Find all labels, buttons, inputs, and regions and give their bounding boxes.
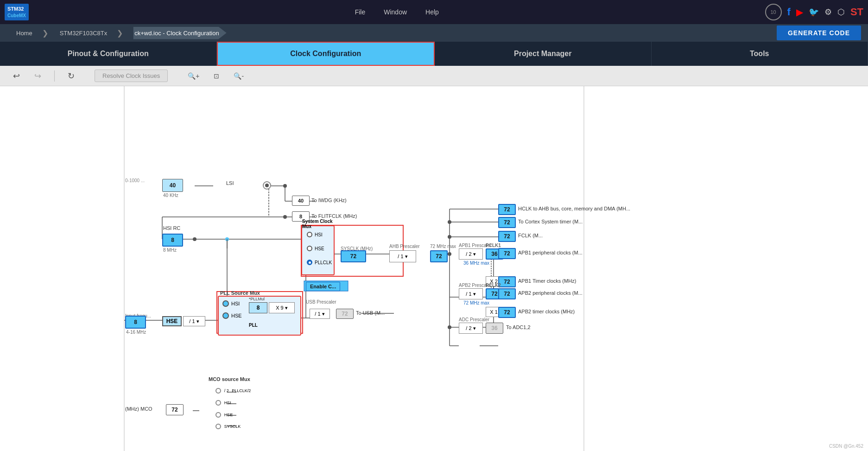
menu-file[interactable]: File [355,8,366,16]
logo-box: STM32 CubeMX [5,4,29,21]
apb2-periph-value: 72 [498,288,516,299]
sys-hsi-option[interactable]: HSI [307,232,323,237]
pll-hse-label: HSE [231,313,242,318]
redo-button[interactable]: ↪ [31,69,45,83]
mco-sysclk-option[interactable]: SYSCLK [215,422,241,429]
hse-prescaler-select[interactable]: / 1 ▾ [183,316,205,326]
fit-button[interactable]: ⊡ [210,70,223,82]
pll-source-mux-label: PLL Source Mux [220,290,260,296]
ahb-prescaler-label: AHB Prescaler [389,244,420,249]
breadcrumb-home[interactable]: Home [7,27,40,39]
svg-point-50 [448,325,451,329]
apb2-timer-label: APB2 timer clocks (MHz) [518,309,575,314]
sys-pll-radio[interactable] [307,260,312,265]
pll-hsi-label: HSI [231,301,240,306]
hclk-max-label: 72 MHz max [430,244,456,249]
youtube-icon[interactable]: ▶ [796,6,803,18]
apb1-timer-label: APB1 Timer clocks (MHz) [518,278,576,284]
ahb-prescaler-select[interactable]: / 1 ▾ [389,250,416,262]
mco-sysclk-radio[interactable] [215,424,221,429]
lsi-value-box[interactable]: 40 [162,179,183,192]
version-badge: 10 [765,4,782,20]
sys-hse-label: HSE [315,246,324,251]
adc-label: To ADC1,2 [506,324,531,330]
mco-sysclk-label: SYSCLK [224,424,241,429]
mco-hse-option[interactable]: HSE [215,411,233,418]
facebook-icon[interactable]: f [787,6,791,18]
pll-mul-select[interactable]: X 9 ▾ [269,302,295,313]
fclk-label: FCLK (M... [518,233,543,238]
apb1-prescaler-select[interactable]: / 2 ▾ [459,248,483,260]
sysclk-value[interactable]: 72 [341,250,366,262]
generate-code-button[interactable]: GENERATE CODE [777,25,861,40]
ahb-hclk-label: HCLK to AHB bus, core, memory and DMA (M… [518,206,630,211]
svg-point-13 [283,215,287,219]
hsi-value-box[interactable]: 8 [162,234,183,247]
tab-tools[interactable]: Tools [652,42,868,66]
menu-bar: File Window Help [38,8,756,16]
mco-hsi-label: HSI [224,400,231,405]
hse-label-box: HSE [162,316,182,326]
github-icon[interactable]: ⚙ [824,7,832,17]
adc-value: 36 [486,323,503,334]
breadcrumb-sep1: ❯ [42,29,48,38]
lsi-label: LSI [226,180,234,186]
mco-hsi-radio[interactable] [215,400,221,406]
refresh-button[interactable]: ↻ [64,69,78,83]
usb-value: 72 [336,309,354,319]
app-logo: STM32 CubeMX [5,4,29,21]
watermark: CSDN @Gn.452 [829,444,863,449]
clock-toolbar: ↩ ↪ ↻ Resolve Clock Issues 🔍+ ⊡ 🔍- [0,66,868,86]
menu-help[interactable]: Help [425,8,439,16]
sys-hsi-label: HSI [315,232,323,237]
pll-hsi-option[interactable]: HSI [222,300,240,307]
twitter-icon[interactable]: 🐦 [809,7,819,17]
pll-mul-label: *PLLMul [249,297,265,301]
pll-hse-radio[interactable] [222,312,229,319]
sys-hse-radio[interactable] [307,246,312,251]
adc-prescaler-select[interactable]: / 2 ▾ [459,323,483,334]
sys-pll-option[interactable]: PLLCLK [307,260,332,265]
tab-clock[interactable]: Clock Configuration [217,42,435,66]
breadcrumb-device[interactable]: STM32F103C8Tx [51,27,115,39]
pll-hsi-radio[interactable] [222,300,229,307]
adc-prescaler-label: ADC Prescaler [459,317,489,322]
mco-hsi-option[interactable]: HSI [215,399,231,406]
hsi-unit-label: 8 MHz [163,248,177,253]
hsi-rc-label: HSI RC [163,225,180,231]
mco-source-mux-label: MCO source Mux [209,376,250,382]
zoom-in-button[interactable]: 🔍+ [184,70,203,82]
flitf-label: To FLITFCLK (MHz) [311,213,357,219]
diagram-svg [0,86,868,451]
enable-c-button[interactable]: Enable C... [306,282,340,291]
sys-hsi-radio[interactable] [307,232,312,237]
mco-hse-radio[interactable] [215,412,221,418]
pll-hse-option[interactable]: HSE [222,312,242,319]
apb2-max-label: 72 MHz max [463,300,489,305]
sys-hse-option[interactable]: HSE [307,246,324,251]
apb1-max-label: 36 MHz max [463,260,489,266]
mco-pllclk-radio[interactable] [215,388,221,394]
zoom-out-button[interactable]: 🔍- [230,70,247,82]
lsi-connector [263,181,271,190]
mco-hse-label: HSE [224,413,233,417]
fclk-value: 72 [498,231,516,242]
tab-project[interactable]: Project Manager [435,42,652,66]
usb-prescaler-select[interactable]: / 1 ▾ [310,309,330,319]
pclk2-label: PCLK2 [486,283,501,288]
menu-window[interactable]: Window [384,8,407,16]
toolbar-separator1 [54,70,55,82]
input-freq-value[interactable]: 8 [125,316,146,329]
network-icon[interactable]: ⬡ [837,7,845,17]
apb2-prescaler-select[interactable]: / 1 ▾ [459,288,483,299]
breadcrumb-file[interactable]: ck+wd.ioc - Clock Configuration [125,27,226,39]
resolve-clock-issues-button[interactable]: Resolve Clock Issues [95,70,168,82]
freq-range-label: 4-16 MHz [126,330,146,335]
svg-point-17 [193,237,196,241]
svg-point-19 [225,237,229,241]
tab-pinout[interactable]: Pinout & Configuration [0,42,217,66]
apb2-periph-label: APB2 peripheral clocks (M... [518,290,583,296]
undo-button[interactable]: ↩ [9,69,24,83]
lsi-unit-label: 40 KHz [163,193,178,198]
mco-pllclk-option[interactable]: / 2 PLLCLK/2 [215,387,251,394]
